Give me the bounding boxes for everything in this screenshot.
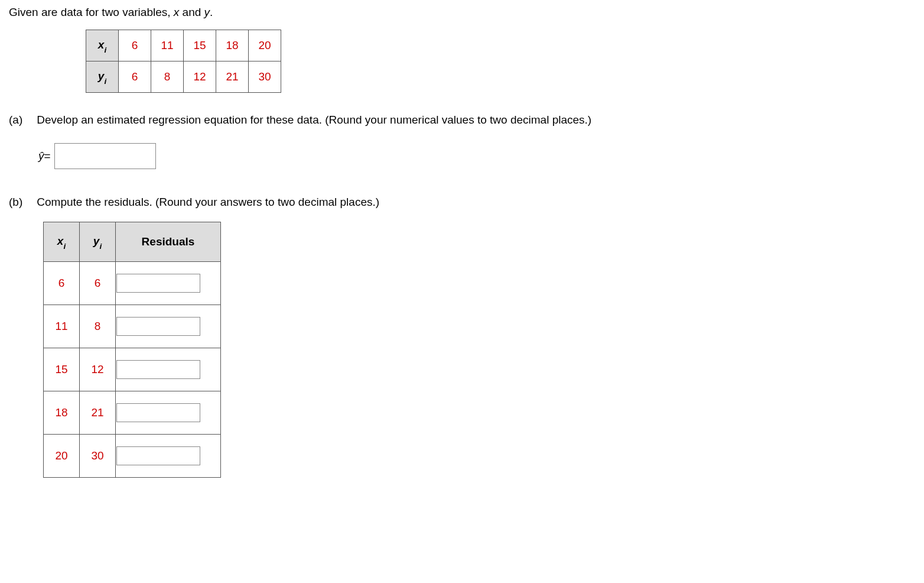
x-cell: 18 bbox=[216, 30, 249, 61]
col-header-y-sub: i bbox=[99, 242, 102, 251]
y-value: 12 bbox=[80, 348, 116, 391]
table-row: 20 30 bbox=[44, 435, 221, 478]
row-header-x: xi bbox=[86, 30, 119, 61]
y-value: 6 bbox=[80, 262, 116, 305]
col-header-x-sub: i bbox=[63, 242, 66, 251]
row-header-y: yi bbox=[86, 61, 119, 93]
part-b-text: Compute the residuals. (Round your answe… bbox=[37, 196, 379, 208]
y-value: 30 bbox=[80, 435, 116, 478]
intro-var-y: y bbox=[204, 6, 210, 18]
intro-var-x: x bbox=[174, 6, 180, 18]
part-b-label: (b) bbox=[9, 196, 34, 209]
x-value: 15 bbox=[44, 348, 80, 391]
regression-equation-input[interactable] bbox=[54, 143, 156, 169]
y-cell: 6 bbox=[119, 61, 151, 93]
row-header-y-main: y bbox=[98, 70, 105, 82]
intro-prefix: Given are data for two variables, bbox=[9, 6, 174, 18]
y-cell: 8 bbox=[151, 61, 184, 93]
table-row: 11 8 bbox=[44, 305, 221, 348]
col-header-y-main: y bbox=[93, 235, 100, 247]
residual-input[interactable] bbox=[116, 446, 200, 465]
residual-cell bbox=[116, 262, 221, 305]
table-row: 15 12 bbox=[44, 348, 221, 391]
col-header-x-main: x bbox=[57, 235, 64, 247]
intro-suffix: . bbox=[210, 6, 213, 18]
intro-and: and bbox=[179, 6, 204, 18]
table-row: 6 6 bbox=[44, 262, 221, 305]
residuals-table: xi yi Residuals 6 6 11 8 15 12 18 21 bbox=[43, 222, 221, 478]
x-value: 11 bbox=[44, 305, 80, 348]
y-value: 21 bbox=[80, 391, 116, 435]
residual-input[interactable] bbox=[116, 403, 200, 422]
col-header-y: yi bbox=[80, 222, 116, 262]
equals-sign: = bbox=[44, 150, 51, 163]
x-value: 18 bbox=[44, 391, 80, 435]
residual-input[interactable] bbox=[116, 274, 200, 293]
part-a-label: (a) bbox=[9, 114, 34, 127]
part-a-text: Develop an estimated regression equation… bbox=[37, 114, 591, 126]
row-header-x-main: x bbox=[98, 38, 105, 51]
col-header-x: xi bbox=[44, 222, 80, 262]
x-value: 20 bbox=[44, 435, 80, 478]
residual-input[interactable] bbox=[116, 360, 200, 379]
row-header-x-sub: i bbox=[104, 46, 106, 54]
residual-cell bbox=[116, 435, 221, 478]
part-b: (b) Compute the residuals. (Round your a… bbox=[9, 196, 915, 478]
y-cell: 30 bbox=[249, 61, 281, 93]
residual-cell bbox=[116, 391, 221, 435]
x-cell: 6 bbox=[119, 30, 151, 61]
y-cell: 21 bbox=[216, 61, 249, 93]
x-cell: 11 bbox=[151, 30, 184, 61]
intro-text: Given are data for two variables, x and … bbox=[9, 6, 915, 19]
x-value: 6 bbox=[44, 262, 80, 305]
yhat-symbol: ŷ bbox=[38, 150, 44, 163]
row-header-y-sub: i bbox=[104, 77, 106, 86]
data-table: xi 6 11 15 18 20 yi 6 8 12 21 30 bbox=[86, 30, 281, 93]
col-header-residuals: Residuals bbox=[116, 222, 221, 262]
y-cell: 12 bbox=[184, 61, 216, 93]
y-value: 8 bbox=[80, 305, 116, 348]
table-row: 18 21 bbox=[44, 391, 221, 435]
part-a: (a) Develop an estimated regression equa… bbox=[9, 114, 915, 169]
residual-cell bbox=[116, 305, 221, 348]
residual-cell bbox=[116, 348, 221, 391]
x-cell: 15 bbox=[184, 30, 216, 61]
x-cell: 20 bbox=[249, 30, 281, 61]
regression-equation-row: ŷ = bbox=[38, 143, 915, 169]
residual-input[interactable] bbox=[116, 317, 200, 336]
